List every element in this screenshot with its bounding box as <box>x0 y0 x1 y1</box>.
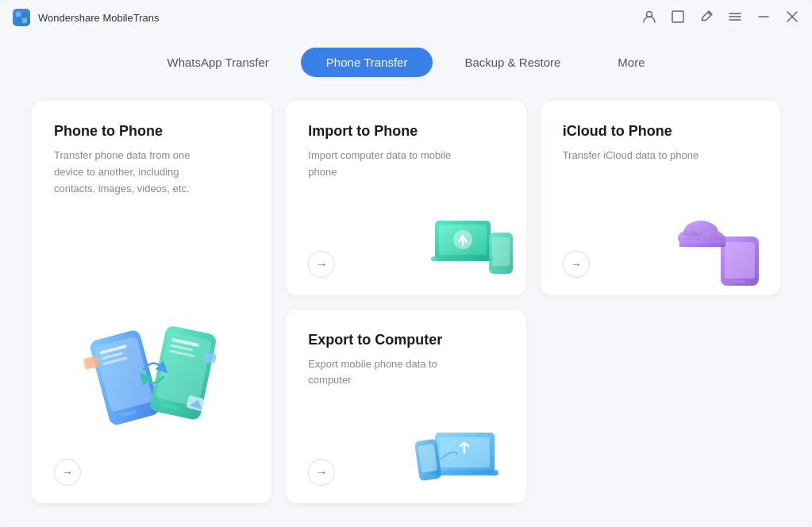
card-arrow-icloud[interactable]: → <box>563 251 590 278</box>
card-title-import: Import to Phone <box>308 123 503 140</box>
export-illustration <box>411 405 522 499</box>
profile-icon[interactable] <box>642 10 656 26</box>
app-window: Wondershare MobileTrans <box>0 0 812 527</box>
svg-rect-2 <box>16 18 21 23</box>
card-arrow-phone-to-phone[interactable]: → <box>54 459 81 486</box>
tab-whatsapp[interactable]: WhatsApp Transfer <box>141 48 294 77</box>
minimize-icon[interactable] <box>756 10 771 26</box>
card-export-to-computer[interactable]: Export to Computer Export mobile phone d… <box>286 310 525 504</box>
phone-to-phone-illustration <box>64 294 239 448</box>
svg-rect-3 <box>22 18 27 23</box>
window-controls <box>642 10 799 26</box>
tab-phone[interactable]: Phone Transfer <box>301 48 433 77</box>
svg-rect-1 <box>22 12 27 17</box>
card-title-icloud: iCloud to Phone <box>563 123 758 140</box>
svg-rect-25 <box>202 352 217 364</box>
card-import-to-phone[interactable]: Import to Phone Import computer data to … <box>286 101 525 295</box>
close-icon[interactable] <box>785 10 799 26</box>
app-title: Wondershare MobileTrans <box>38 12 642 24</box>
card-title-export: Export to Computer <box>308 332 503 348</box>
card-desc-export: Export mobile phone data to computer <box>308 356 467 390</box>
svg-rect-0 <box>16 12 21 17</box>
card-desc-icloud: Transfer iCloud data to phone <box>563 148 722 164</box>
card-arrow-import[interactable]: → <box>308 251 335 278</box>
tab-more[interactable]: More <box>592 48 670 77</box>
app-icon <box>13 9 30 26</box>
title-bar: Wondershare MobileTrans <box>0 0 812 35</box>
card-phone-to-phone[interactable]: Phone to Phone Transfer phone data from … <box>32 101 271 503</box>
svg-rect-38 <box>733 280 745 283</box>
menu-icon[interactable] <box>728 10 742 26</box>
nav-tabs: WhatsApp Transfer Phone Transfer Backup … <box>0 35 812 93</box>
svg-rect-35 <box>498 269 504 271</box>
card-icloud-to-phone[interactable]: iCloud to Phone Transfer iCloud data to … <box>541 101 780 295</box>
card-arrow-export[interactable]: → <box>308 459 335 486</box>
import-illustration <box>419 201 522 291</box>
card-desc-phone-to-phone: Transfer phone data from one device to a… <box>54 148 213 197</box>
square-icon[interactable] <box>671 10 685 26</box>
svg-rect-43 <box>679 240 725 247</box>
cards-grid: Phone to Phone Transfer phone data from … <box>0 93 812 527</box>
icloud-illustration <box>673 201 776 291</box>
card-desc-import: Import computer data to mobile phone <box>308 148 467 181</box>
svg-rect-34 <box>492 237 510 266</box>
svg-rect-5 <box>672 11 683 22</box>
tab-backup[interactable]: Backup & Restore <box>439 48 586 77</box>
card-title-phone-to-phone: Phone to Phone <box>54 123 249 140</box>
svg-rect-37 <box>725 242 755 279</box>
edit-icon[interactable] <box>699 10 714 26</box>
